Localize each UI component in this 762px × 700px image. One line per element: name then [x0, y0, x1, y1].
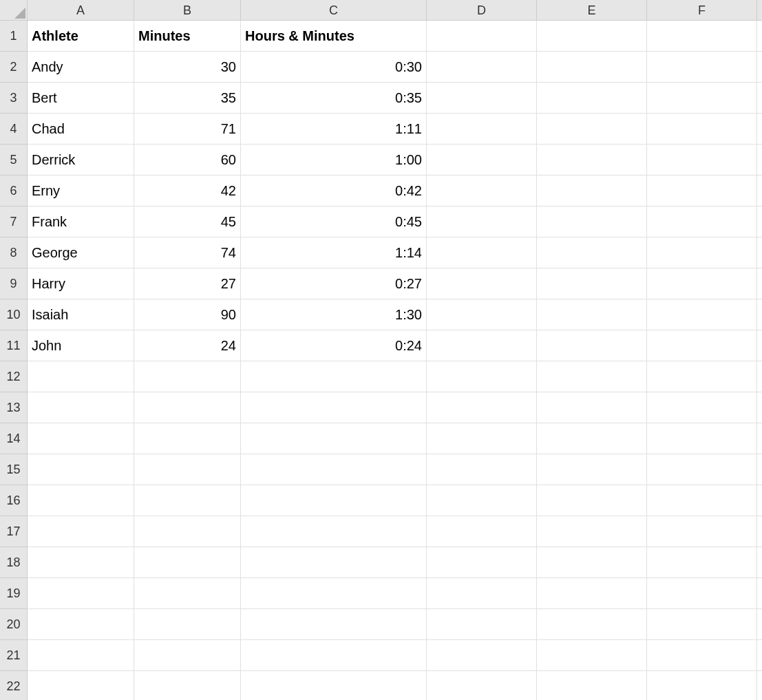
cell-d9[interactable] — [427, 268, 537, 299]
cell-a19[interactable] — [28, 578, 134, 609]
cell-f6[interactable] — [647, 176, 757, 206]
cell-b21[interactable] — [134, 640, 241, 671]
select-all-corner[interactable] — [0, 0, 28, 21]
col-header-f[interactable]: F — [647, 0, 757, 21]
cell-e15[interactable] — [537, 454, 647, 485]
cell-b6[interactable]: 42 — [134, 176, 241, 206]
cell-f22[interactable] — [647, 671, 757, 700]
cell-e5[interactable] — [537, 145, 647, 176]
cell-f3[interactable] — [647, 83, 757, 114]
cell-g13-partial[interactable] — [757, 392, 762, 423]
cell-a17[interactable] — [28, 516, 134, 547]
cell-c1[interactable]: Hours & Minutes — [241, 21, 427, 52]
cell-c10[interactable]: 1:30 — [241, 299, 427, 330]
cell-a4[interactable]: Chad — [28, 114, 134, 145]
row-header-17[interactable]: 17 — [0, 516, 28, 547]
cell-c13[interactable] — [241, 392, 427, 423]
col-header-e[interactable]: E — [537, 0, 647, 21]
cell-a15[interactable] — [28, 454, 134, 485]
cell-g16-partial[interactable] — [757, 485, 762, 516]
cell-c11[interactable]: 0:24 — [241, 330, 427, 361]
cell-c2[interactable]: 0:30 — [241, 52, 427, 83]
cell-c3[interactable]: 0:35 — [241, 83, 427, 114]
cell-g22-partial[interactable] — [757, 671, 762, 700]
row-header-5[interactable]: 5 — [0, 145, 28, 176]
cell-a10[interactable]: Isaiah — [28, 299, 134, 330]
cell-f16[interactable] — [647, 485, 757, 516]
cell-f18[interactable] — [647, 547, 757, 578]
cell-e20[interactable] — [537, 609, 647, 640]
row-header-21[interactable]: 21 — [0, 640, 28, 671]
cell-c17[interactable] — [241, 516, 427, 547]
cell-f8[interactable] — [647, 237, 757, 268]
cell-d20[interactable] — [427, 609, 537, 640]
cell-e13[interactable] — [537, 392, 647, 423]
cell-d11[interactable] — [427, 330, 537, 361]
row-header-12[interactable]: 12 — [0, 361, 28, 392]
row-header-8[interactable]: 8 — [0, 237, 28, 268]
cell-d1[interactable] — [427, 21, 537, 52]
cell-g19-partial[interactable] — [757, 578, 762, 609]
cell-a2[interactable]: Andy — [28, 52, 134, 83]
row-header-7[interactable]: 7 — [0, 206, 28, 237]
cell-d5[interactable] — [427, 145, 537, 176]
cell-a21[interactable] — [28, 640, 134, 671]
col-header-c[interactable]: C — [241, 0, 427, 21]
cell-f10[interactable] — [647, 299, 757, 330]
cell-f7[interactable] — [647, 206, 757, 237]
cell-g10-partial[interactable] — [757, 299, 762, 330]
cell-g8-partial[interactable] — [757, 237, 762, 268]
cell-a18[interactable] — [28, 547, 134, 578]
cell-g2-partial[interactable] — [757, 52, 762, 83]
row-header-19[interactable]: 19 — [0, 578, 28, 609]
cell-a6[interactable]: Erny — [28, 176, 134, 206]
row-header-6[interactable]: 6 — [0, 176, 28, 206]
cell-b4[interactable]: 71 — [134, 114, 241, 145]
cell-c21[interactable] — [241, 640, 427, 671]
cell-b1[interactable]: Minutes — [134, 21, 241, 52]
cell-f13[interactable] — [647, 392, 757, 423]
cell-f5[interactable] — [647, 145, 757, 176]
cell-c9[interactable]: 0:27 — [241, 268, 427, 299]
cell-g20-partial[interactable] — [757, 609, 762, 640]
cell-b7[interactable]: 45 — [134, 206, 241, 237]
cell-f2[interactable] — [647, 52, 757, 83]
cell-g11-partial[interactable] — [757, 330, 762, 361]
cell-b14[interactable] — [134, 423, 241, 454]
cell-a11[interactable]: John — [28, 330, 134, 361]
cell-e6[interactable] — [537, 176, 647, 206]
row-header-16[interactable]: 16 — [0, 485, 28, 516]
cell-c5[interactable]: 1:00 — [241, 145, 427, 176]
cell-a14[interactable] — [28, 423, 134, 454]
cell-g14-partial[interactable] — [757, 423, 762, 454]
cell-c20[interactable] — [241, 609, 427, 640]
row-header-15[interactable]: 15 — [0, 454, 28, 485]
cell-d2[interactable] — [427, 52, 537, 83]
cell-a20[interactable] — [28, 609, 134, 640]
cell-g17-partial[interactable] — [757, 516, 762, 547]
cell-a1[interactable]: Athlete — [28, 21, 134, 52]
cell-b13[interactable] — [134, 392, 241, 423]
cell-e4[interactable] — [537, 114, 647, 145]
cell-g1-partial[interactable] — [757, 21, 762, 52]
cell-c18[interactable] — [241, 547, 427, 578]
cell-d18[interactable] — [427, 547, 537, 578]
cell-d6[interactable] — [427, 176, 537, 206]
cell-d21[interactable] — [427, 640, 537, 671]
cell-c6[interactable]: 0:42 — [241, 176, 427, 206]
cell-b9[interactable]: 27 — [134, 268, 241, 299]
cell-f9[interactable] — [647, 268, 757, 299]
cell-g7-partial[interactable] — [757, 206, 762, 237]
cell-e10[interactable] — [537, 299, 647, 330]
cell-c4[interactable]: 1:11 — [241, 114, 427, 145]
cell-f17[interactable] — [647, 516, 757, 547]
cell-g12-partial[interactable] — [757, 361, 762, 392]
cell-b2[interactable]: 30 — [134, 52, 241, 83]
cell-d4[interactable] — [427, 114, 537, 145]
col-header-a[interactable]: A — [28, 0, 134, 21]
row-header-1[interactable]: 1 — [0, 21, 28, 52]
cell-e17[interactable] — [537, 516, 647, 547]
cell-f11[interactable] — [647, 330, 757, 361]
cell-b12[interactable] — [134, 361, 241, 392]
row-header-20[interactable]: 20 — [0, 609, 28, 640]
